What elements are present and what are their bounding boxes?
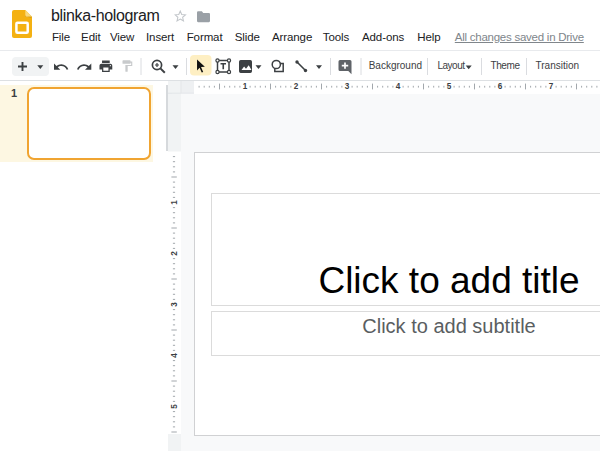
svg-text:2: 2 <box>294 82 299 91</box>
svg-text:4: 4 <box>170 353 179 358</box>
svg-text:6: 6 <box>498 82 503 91</box>
svg-text:4: 4 <box>396 82 401 91</box>
svg-text:5: 5 <box>170 404 179 409</box>
svg-text:5: 5 <box>447 82 452 91</box>
svg-text:3: 3 <box>345 82 350 91</box>
svg-text:7: 7 <box>549 82 554 91</box>
svg-text:2: 2 <box>170 251 179 256</box>
svg-text:1: 1 <box>243 82 248 91</box>
svg-text:3: 3 <box>170 302 179 307</box>
svg-text:1: 1 <box>170 200 179 205</box>
